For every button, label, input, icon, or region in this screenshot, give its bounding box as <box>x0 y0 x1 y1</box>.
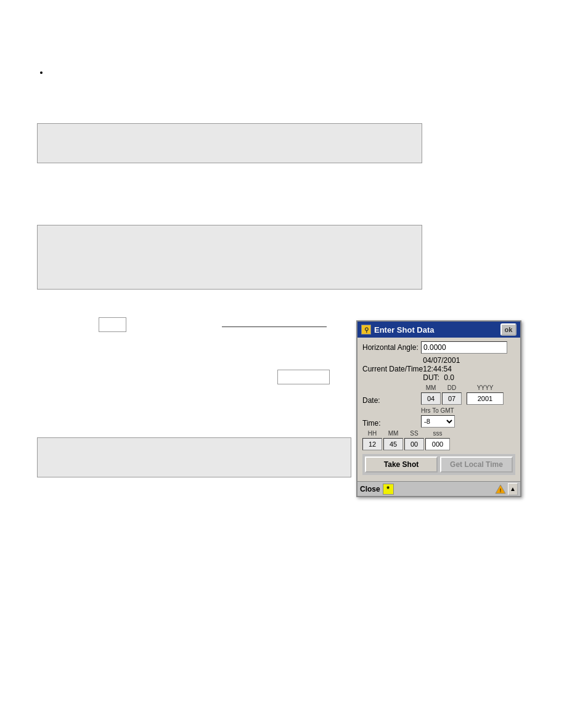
hms-fields: HH MM SS sss <box>362 430 450 450</box>
close-label: Close <box>360 485 380 493</box>
horizontal-angle-input[interactable] <box>421 341 507 354</box>
dialog-titlebar: ⚲ Enter Shot Data ok <box>357 322 520 338</box>
dialog-title: Enter Shot Data <box>374 325 435 335</box>
gray-box-1 <box>37 123 422 163</box>
warning-triangle-icon: ! <box>494 483 507 495</box>
bullet-point-area <box>37 68 49 77</box>
time-hh-input[interactable] <box>362 438 382 450</box>
hms-row: HH MM SS sss <box>362 430 515 450</box>
small-input-box-2[interactable] <box>277 370 330 384</box>
date-fields: MM DD YYYY <box>421 384 504 405</box>
footer-left: Close * <box>360 484 394 495</box>
scroll-up-button[interactable]: ▲ <box>508 483 518 495</box>
sss-header: sss <box>425 430 450 437</box>
dut-label: DUT: <box>423 373 439 382</box>
date-row: Date: MM DD YYYY <box>362 384 515 405</box>
dialog-buttons-row: Take Shot Get Local Time <box>362 454 515 475</box>
date-label: Date: <box>362 396 421 405</box>
dialog-ok-button[interactable]: ok <box>500 323 517 336</box>
titlebar-left: ⚲ Enter Shot Data <box>361 325 435 335</box>
dialog-content: Horizontal Angle: Current Date/Time 04/0… <box>357 338 520 481</box>
date-dd-input[interactable] <box>442 392 462 405</box>
hrs-to-gmt-header: Hrs To GMT <box>421 407 455 414</box>
gray-box-2 <box>37 225 422 290</box>
svg-text:!: ! <box>500 487 502 493</box>
current-date-value: 04/07/2001 <box>423 356 460 365</box>
dd-header: DD <box>442 384 462 391</box>
current-time-value: 12:44:54 <box>423 365 460 373</box>
time-mm-input[interactable] <box>383 438 403 450</box>
current-datetime-row: Current Date/Time 04/07/2001 12:44:54 DU… <box>362 356 515 382</box>
dut-row: DUT: 0.0 <box>423 373 460 382</box>
gray-box-3 <box>37 437 351 477</box>
horizontal-angle-label: Horizontal Angle: <box>362 343 421 352</box>
footer-right: ! ▲ <box>494 483 518 495</box>
current-datetime-label: Current Date/Time <box>362 365 423 373</box>
take-shot-button[interactable]: Take Shot <box>365 456 438 473</box>
date-mm-input[interactable] <box>421 392 441 405</box>
get-local-time-button[interactable]: Get Local Time <box>440 456 513 473</box>
date-yyyy-input[interactable] <box>467 392 504 405</box>
enter-shot-data-dialog: ⚲ Enter Shot Data ok Horizontal Angle: C… <box>356 320 521 497</box>
hms-inputs <box>362 438 450 450</box>
dialog-footer: Close * ! ▲ <box>357 481 520 496</box>
time-row: Time: Hrs To GMT -8 -7 -6 -5 0 <box>362 407 515 428</box>
ss-header: SS <box>404 430 424 437</box>
time-label: Time: <box>362 419 421 428</box>
horizontal-angle-row: Horizontal Angle: <box>362 341 515 354</box>
mm2-header: MM <box>383 430 403 437</box>
hh-header: HH <box>362 430 382 437</box>
date-headers: MM DD YYYY <box>421 384 504 391</box>
yyyy-header: YYYY <box>467 384 504 391</box>
hrs-to-gmt-select[interactable]: -8 -7 -6 -5 0 <box>421 415 455 428</box>
time-fields: Hrs To GMT -8 -7 -6 -5 0 <box>421 407 455 428</box>
dut-value: 0.0 <box>444 373 454 382</box>
time-ss-input[interactable] <box>404 438 424 450</box>
small-input-box-1[interactable] <box>99 317 126 332</box>
mm-header: MM <box>421 384 441 391</box>
current-datetime-values: 04/07/2001 12:44:54 DUT: 0.0 <box>423 356 460 382</box>
dialog-app-icon: ⚲ <box>361 325 371 335</box>
hms-headers: HH MM SS sss <box>362 430 450 437</box>
time-sss-input[interactable] <box>425 438 450 450</box>
underline-element <box>222 327 327 327</box>
date-inputs <box>421 392 504 405</box>
footer-star-icon[interactable]: * <box>383 484 394 495</box>
